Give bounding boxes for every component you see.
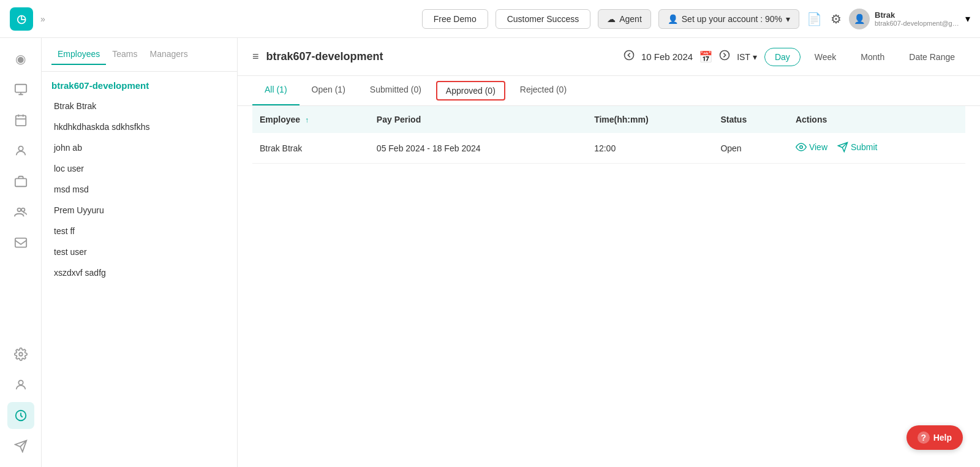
calendar-icon[interactable]: 📅 — [699, 50, 712, 64]
svg-rect-1 — [15, 116, 26, 126]
table-row: Btrak Btrak 05 Feb 2024 - 18 Feb 2024 12… — [252, 133, 965, 164]
date-label: 10 Feb 2024 — [641, 51, 693, 62]
svg-rect-3 — [15, 178, 26, 186]
logo-icon: ◷ — [17, 12, 26, 26]
sidebar-item-clock[interactable] — [7, 402, 34, 429]
customer-success-button[interactable]: Customer Success — [496, 9, 590, 29]
org-title: btrak607-development — [266, 50, 383, 63]
list-item[interactable]: test user — [51, 241, 227, 262]
view-tab-week[interactable]: Week — [804, 48, 847, 66]
col-actions: Actions — [788, 106, 965, 133]
col-pay-period: Pay Period — [369, 106, 587, 133]
left-panel: Employees Teams Managers btrak607-develo… — [42, 38, 238, 467]
svg-point-11 — [720, 51, 729, 60]
svg-point-12 — [800, 146, 803, 149]
user-menu[interactable]: 👤 Btrak btrak607-development@gm... ▾ — [849, 9, 970, 29]
list-item[interactable]: Btrak Btrak — [51, 96, 227, 116]
cell-time: 12:00 — [587, 133, 713, 164]
sidebar-item-settings[interactable] — [7, 341, 34, 368]
svg-point-8 — [18, 381, 23, 385]
tab-teams[interactable]: Teams — [106, 49, 143, 65]
doc-icon[interactable]: 📄 — [807, 12, 822, 26]
left-panel-tabs: Employees Teams Managers — [42, 38, 237, 72]
sidebar-item-admin[interactable] — [7, 371, 34, 398]
setup-button[interactable]: 👤 Set up your account : 90% ▾ — [658, 9, 799, 29]
filter-tab-submitted[interactable]: Submitted (0) — [358, 76, 434, 105]
org-name: btrak607-development — [42, 72, 237, 96]
sidebar-item-person[interactable] — [7, 137, 34, 164]
filter-tab-all[interactable]: All (1) — [252, 76, 300, 105]
sidebar-item-dashboard[interactable]: ◉ — [7, 45, 34, 72]
tab-employees[interactable]: Employees — [51, 49, 106, 65]
svg-point-5 — [21, 208, 24, 212]
user-email: btrak607-development@gm... — [875, 20, 960, 27]
table-header-row: Employee ↑ Pay Period Time(hh:mm) Status… — [252, 106, 965, 133]
app-logo[interactable]: ◷ — [10, 7, 33, 31]
view-action-button[interactable]: View — [796, 142, 827, 153]
prev-date-button[interactable] — [623, 49, 635, 64]
submit-action-button[interactable]: Submit — [837, 142, 878, 153]
cell-pay-period: 05 Feb 2024 - 18 Feb 2024 — [369, 133, 587, 164]
svg-point-10 — [624, 51, 633, 60]
data-table: Employee ↑ Pay Period Time(hh:mm) Status… — [252, 106, 965, 164]
sidebar-item-briefcase[interactable] — [7, 168, 34, 195]
filter-tabs: All (1) Open (1) Submitted (0) Approved … — [238, 76, 980, 106]
list-item[interactable]: xszdxvf sadfg — [51, 262, 227, 283]
list-item[interactable]: hkdhkdhaskda sdkhsfkhs — [51, 116, 227, 137]
sidebar-item-mail[interactable] — [7, 229, 34, 256]
free-demo-button[interactable]: Free Demo — [422, 9, 488, 29]
svg-point-4 — [17, 208, 21, 212]
list-item[interactable]: Prem Uyyuru — [51, 200, 227, 221]
settings-icon[interactable]: ⚙ — [831, 12, 842, 26]
col-employee[interactable]: Employee ↑ — [252, 106, 369, 133]
filter-tab-open[interactable]: Open (1) — [300, 76, 358, 105]
sidebar-item-calendar[interactable] — [7, 107, 34, 134]
svg-point-7 — [19, 352, 23, 356]
topnav: ◷ » Free Demo Customer Success ☁ Agent 👤… — [0, 0, 980, 38]
user-dropdown-icon: ▾ — [965, 13, 970, 25]
agent-button[interactable]: ☁ Agent — [598, 9, 651, 29]
list-item[interactable]: john ab — [51, 137, 227, 158]
help-button[interactable]: ? Help — [907, 425, 963, 450]
list-item[interactable]: msd msd — [51, 179, 227, 200]
view-tab-month[interactable]: Month — [850, 48, 895, 66]
cell-status: Open — [713, 133, 788, 164]
agent-cloud-icon: ☁ — [607, 14, 616, 24]
cell-actions: View Submit — [788, 133, 965, 164]
view-tab-date-range[interactable]: Date Range — [899, 48, 965, 66]
username: Btrak — [875, 10, 960, 20]
content-header: ≡ btrak607-development 10 Feb 2024 📅 IST… — [238, 38, 980, 76]
svg-point-2 — [18, 146, 23, 151]
col-status: Status — [713, 106, 788, 133]
list-item[interactable]: test ff — [51, 221, 227, 241]
sidebar: ◉ — [0, 38, 42, 467]
cell-employee: Btrak Btrak — [252, 133, 369, 164]
employee-list: Btrak Btrak hkdhkdhaskda sdkhsfkhs john … — [42, 96, 237, 283]
table-area: Employee ↑ Pay Period Time(hh:mm) Status… — [238, 106, 980, 467]
setup-user-icon: 👤 — [668, 14, 678, 24]
expand-icon[interactable]: » — [40, 14, 45, 24]
filter-tab-approved[interactable]: Approved (0) — [436, 81, 505, 101]
next-date-button[interactable] — [718, 49, 731, 64]
sidebar-item-group[interactable] — [7, 199, 34, 226]
sort-icon: ↑ — [305, 116, 309, 124]
topnav-icons: 📄 ⚙ — [807, 12, 842, 26]
avatar: 👤 — [849, 9, 870, 29]
filter-tab-rejected[interactable]: Rejected (0) — [508, 76, 579, 105]
svg-rect-0 — [15, 85, 26, 93]
setup-dropdown-icon: ▾ — [786, 14, 790, 24]
list-item[interactable]: loc user — [51, 158, 227, 179]
sidebar-item-send[interactable] — [7, 433, 34, 460]
timezone-button[interactable]: IST ▾ — [737, 52, 757, 62]
main-layout: ◉ Em — [0, 38, 980, 467]
tab-managers[interactable]: Managers — [144, 49, 194, 65]
view-tab-day[interactable]: Day — [764, 48, 801, 66]
content-area: ≡ btrak607-development 10 Feb 2024 📅 IST… — [238, 38, 980, 467]
svg-rect-6 — [15, 238, 26, 248]
col-time: Time(hh:mm) — [587, 106, 713, 133]
date-nav: 10 Feb 2024 📅 IST ▾ — [623, 49, 757, 64]
help-icon: ? — [918, 431, 930, 444]
sidebar-item-tv[interactable] — [7, 76, 34, 103]
hamburger-icon[interactable]: ≡ — [252, 50, 259, 63]
view-tabs: Day Week Month Date Range — [764, 48, 965, 66]
